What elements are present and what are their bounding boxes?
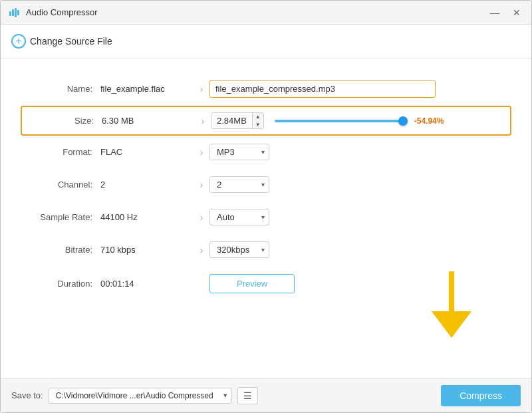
svg-rect-3: [17, 10, 19, 15]
channel-target: 2 ▾: [209, 176, 505, 193]
save-path-value: C:\Vidmore\Vidmore ...er\Audio Compresse…: [56, 391, 221, 400]
sample-rate-dropdown[interactable]: Auto ▾: [209, 209, 269, 225]
duration-label: Duration:: [27, 279, 100, 289]
save-to-label: Save to:: [11, 390, 43, 400]
channel-dropdown-value: 2: [217, 180, 257, 190]
sample-rate-source: 44100 Hz: [100, 212, 194, 222]
channel-dropdown[interactable]: 2 ▾: [209, 176, 269, 193]
preview-button[interactable]: Preview: [209, 274, 295, 293]
bitrate-dropdown[interactable]: 320kbps ▾: [209, 241, 269, 258]
format-dropdown-arrow: ▾: [261, 148, 265, 156]
bitrate-dropdown-value: 320kbps: [217, 245, 257, 255]
folder-icon: ☰: [243, 390, 252, 401]
size-percent: -54.94%: [414, 116, 444, 126]
name-source: file_example.flac: [100, 84, 194, 94]
window-title: Audio Compressor: [26, 7, 98, 17]
titlebar-controls: — ✕: [487, 7, 523, 19]
format-row: Format: FLAC › MP3 ▾: [27, 136, 505, 168]
size-spinner: 2.84MB ▲ ▼: [211, 112, 264, 129]
size-decrease-button[interactable]: ▼: [253, 121, 263, 128]
change-source-label: Change Source File: [30, 36, 112, 47]
bitrate-target: 320kbps ▾: [209, 241, 505, 258]
sample-rate-label: Sample Rate:: [27, 212, 100, 222]
toolbar: + Change Source File: [1, 25, 531, 59]
folder-button[interactable]: ☰: [237, 387, 258, 404]
format-dropdown[interactable]: MP3 ▾: [209, 144, 269, 160]
change-source-button[interactable]: + Change Source File: [11, 31, 112, 51]
bitrate-source: 710 kbps: [100, 245, 194, 255]
sample-rate-dropdown-value: Auto: [217, 212, 257, 222]
svg-marker-5: [432, 311, 471, 338]
channel-source: 2: [100, 180, 194, 190]
size-slider-container: -54.94%: [275, 116, 503, 126]
bitrate-dropdown-arrow: ▾: [261, 246, 265, 253]
size-source: 6.30 MB: [102, 116, 195, 126]
path-dropdown-arrow: ▾: [223, 391, 227, 400]
titlebar: Audio Compressor — ✕: [1, 1, 531, 25]
app-icon: [9, 7, 21, 19]
svg-rect-2: [15, 8, 17, 17]
format-arrow-icon: ›: [194, 147, 209, 158]
bottombar: Save to: C:\Vidmore\Vidmore ...er\Audio …: [1, 378, 531, 412]
channel-dropdown-arrow: ▾: [261, 181, 265, 188]
duration-target: Preview: [209, 274, 505, 293]
size-slider[interactable]: [275, 120, 408, 122]
sample-rate-arrow-icon: ›: [194, 212, 209, 223]
channel-label: Channel:: [27, 180, 100, 190]
duration-row: Duration: 00:01:14 › Preview: [27, 266, 505, 301]
sample-rate-target: Auto ▾: [209, 209, 505, 225]
svg-rect-1: [12, 9, 14, 16]
name-row: Name: file_example.flac ›: [27, 72, 505, 106]
titlebar-left: Audio Compressor: [9, 7, 98, 19]
main-content: Name: file_example.flac › Size: 6.30 MB …: [1, 59, 531, 378]
bitrate-arrow-icon: ›: [194, 245, 209, 255]
name-input[interactable]: [209, 80, 436, 98]
size-arrow-icon: ›: [195, 116, 211, 126]
format-label: Format:: [27, 147, 100, 157]
duration-source: 00:01:14: [100, 279, 194, 289]
size-increase-button[interactable]: ▲: [253, 113, 263, 120]
bitrate-row: Bitrate: 710 kbps › 320kbps ▾: [27, 233, 505, 266]
bitrate-label: Bitrate:: [27, 245, 100, 255]
spinner-buttons: ▲ ▼: [252, 113, 263, 128]
app-window: Audio Compressor — ✕ + Change Source Fil…: [0, 0, 532, 413]
format-source: FLAC: [100, 147, 194, 157]
name-arrow-icon: ›: [194, 84, 209, 94]
minimize-button[interactable]: —: [487, 7, 502, 19]
size-row: Size: 6.30 MB › 2.84MB ▲ ▼ -54.94%: [21, 106, 511, 136]
channel-arrow-icon: ›: [194, 180, 209, 190]
size-target: 2.84MB ▲ ▼ -54.94%: [211, 112, 503, 129]
format-dropdown-value: MP3: [217, 147, 257, 157]
sample-rate-row: Sample Rate: 44100 Hz › Auto ▾: [27, 201, 505, 233]
compress-button[interactable]: Compress: [441, 385, 521, 406]
size-label: Size:: [29, 116, 102, 126]
svg-rect-0: [9, 11, 11, 16]
channel-row: Channel: 2 › 2 ▾: [27, 168, 505, 201]
save-path-dropdown[interactable]: C:\Vidmore\Vidmore ...er\Audio Compresse…: [49, 388, 233, 404]
close-button[interactable]: ✕: [510, 7, 523, 19]
format-target: MP3 ▾: [209, 144, 505, 160]
size-value: 2.84MB: [211, 113, 252, 128]
name-label: Name:: [27, 84, 100, 94]
name-target: [209, 80, 505, 98]
add-icon: +: [11, 34, 26, 49]
sample-rate-dropdown-arrow: ▾: [261, 213, 265, 221]
